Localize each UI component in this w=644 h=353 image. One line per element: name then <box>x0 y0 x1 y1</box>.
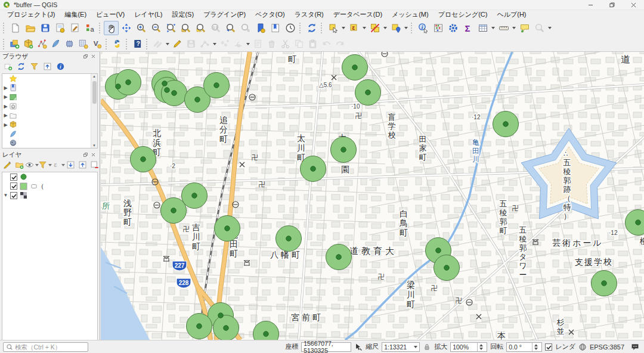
browser-item[interactable] <box>2 129 97 139</box>
layer-item[interactable]: （ <box>2 182 97 191</box>
menu-S[interactable]: 設定(S) <box>167 10 199 19</box>
open-attribute-table-sum-button[interactable] <box>431 21 445 35</box>
layer-labeling-button[interactable]: a <box>82 21 97 35</box>
toolbar-grip[interactable] <box>411 23 414 33</box>
copy-features-button[interactable] <box>292 38 306 51</box>
new-virtual-layer-button[interactable]: V <box>90 38 104 51</box>
expand-arrow-icon[interactable]: ▶ <box>2 94 9 100</box>
attribute-table-button[interactable] <box>475 21 490 35</box>
current-edits-button[interactable] <box>151 38 165 51</box>
add-group-button[interactable] <box>14 160 24 171</box>
browser-item[interactable]: ▶ <box>2 102 97 112</box>
expand-all-layers-button[interactable] <box>65 160 76 171</box>
crs-status[interactable]: EPSG:3857 <box>590 343 624 351</box>
toolbar-grip[interactable] <box>99 23 102 33</box>
zoom-in-button[interactable] <box>134 21 148 35</box>
menu-O[interactable]: ベクタ(O) <box>250 10 290 19</box>
layer-visibility-checkbox[interactable] <box>10 174 17 181</box>
new-print-layout-button[interactable] <box>52 21 67 35</box>
toolbar-grip[interactable] <box>3 39 6 49</box>
menu-J[interactable]: プロジェクト(J) <box>2 10 60 19</box>
chevron-down-icon[interactable] <box>246 43 250 45</box>
browser-item[interactable]: ▶ <box>2 83 97 93</box>
collapse-all-browser-button[interactable] <box>41 61 53 72</box>
new-spatialite-layer-button[interactable] <box>49 38 63 51</box>
new-shapefile-layer-button[interactable] <box>35 38 49 51</box>
collapse-all-layers-button[interactable] <box>77 160 88 171</box>
menu-C[interactable]: プロセシング(C) <box>434 10 493 19</box>
filter-browser-button[interactable] <box>28 61 40 72</box>
zoom-to-selection-button[interactable] <box>193 21 208 35</box>
open-project-button[interactable] <box>23 21 38 35</box>
menu-L[interactable]: レイヤ(L) <box>129 10 167 19</box>
new-spatial-bookmark-button[interactable] <box>253 21 268 35</box>
save-layer-edits-button[interactable] <box>184 38 198 51</box>
zoom-full-extent-button[interactable] <box>163 21 178 35</box>
browser-item[interactable] <box>2 74 97 83</box>
chevron-down-icon[interactable] <box>548 27 552 29</box>
new-geopackage-layer-button[interactable] <box>21 38 35 51</box>
browser-item[interactable] <box>2 148 97 148</box>
toolbar-grip[interactable] <box>126 39 129 49</box>
browser-float-button[interactable] <box>82 52 89 60</box>
close-button[interactable] <box>623 0 644 10</box>
browser-item[interactable]: ▶ <box>2 120 97 130</box>
search-input[interactable] <box>15 343 80 351</box>
layer-visibility-checkbox[interactable] <box>10 192 17 199</box>
modify-attributes-button[interactable] <box>251 38 265 51</box>
select-by-expression-button[interactable]: ε <box>346 21 361 35</box>
expand-arrow-icon[interactable]: ▼ <box>2 193 9 198</box>
spinner-icon[interactable] <box>532 343 540 351</box>
measure-line-button[interactable] <box>496 21 511 35</box>
zoom-next-button[interactable] <box>238 21 253 35</box>
manage-map-themes-button[interactable] <box>26 160 38 171</box>
python-console-button[interactable] <box>110 38 124 51</box>
digitize-with-segment-button[interactable] <box>198 38 212 51</box>
enable-properties-widget-button[interactable]: i <box>54 61 66 72</box>
menu-V[interactable]: ビュー(V) <box>91 10 129 19</box>
expand-arrow-icon[interactable]: ▶ <box>2 113 9 118</box>
show-statistical-summary-button[interactable]: Σ <box>460 21 475 35</box>
toolbar-grip[interactable] <box>106 39 109 49</box>
nominatim-search-button[interactable] <box>532 21 547 35</box>
style-manager-button[interactable] <box>67 21 82 35</box>
magnifier-box[interactable]: 100% <box>450 342 487 352</box>
browser-tree[interactable]: ▶▶▶▶▶▲▼ <box>2 73 98 148</box>
maximize-button[interactable] <box>601 0 623 10</box>
data-source-manager-button[interactable] <box>8 38 21 51</box>
expand-arrow-icon[interactable]: ▶ <box>2 104 9 109</box>
layer-item[interactable] <box>2 172 97 182</box>
add-selected-layers-button[interactable] <box>2 61 14 72</box>
chevron-down-icon[interactable] <box>342 27 345 29</box>
rotation-box[interactable]: 0.0 ° <box>506 342 542 352</box>
layers-float-button[interactable] <box>82 151 89 159</box>
zoom-to-layer-button[interactable] <box>178 21 193 35</box>
chevron-down-icon[interactable] <box>491 27 495 29</box>
open-layer-styling-button[interactable] <box>2 160 13 171</box>
pan-map-button[interactable] <box>104 21 119 35</box>
toolbar-grip[interactable] <box>146 39 149 49</box>
browser-item[interactable]: ▶ <box>2 92 97 102</box>
remove-layer-button[interactable] <box>89 160 100 171</box>
minimize-button[interactable] <box>580 0 601 10</box>
chevron-down-icon[interactable] <box>512 27 516 29</box>
chevron-down-icon[interactable] <box>213 43 216 45</box>
render-checkbox[interactable] <box>545 343 552 351</box>
layers-close-button[interactable] <box>89 151 97 159</box>
spinner-icon[interactable] <box>477 343 485 351</box>
menu-P[interactable]: プラグイン(P) <box>199 10 250 19</box>
layer-visibility-checkbox[interactable] <box>10 182 17 190</box>
browser-item[interactable]: ▶ <box>2 111 97 120</box>
toolbar-grip[interactable] <box>321 23 324 33</box>
save-project-button[interactable] <box>38 21 52 35</box>
new-project-button[interactable] <box>8 21 23 35</box>
processing-toolbox-button[interactable] <box>445 21 460 35</box>
refresh-map-button[interactable] <box>304 21 319 35</box>
chevron-down-icon[interactable] <box>383 27 387 29</box>
lock-scale-icon[interactable] <box>423 343 431 351</box>
select-by-location-button[interactable] <box>388 21 403 35</box>
help-contents-button[interactable]: ? <box>131 38 144 51</box>
toolbar-grip[interactable] <box>299 23 302 33</box>
filter-legend-button[interactable] <box>39 160 51 171</box>
layers-list[interactable]: （▼ <box>2 172 98 340</box>
